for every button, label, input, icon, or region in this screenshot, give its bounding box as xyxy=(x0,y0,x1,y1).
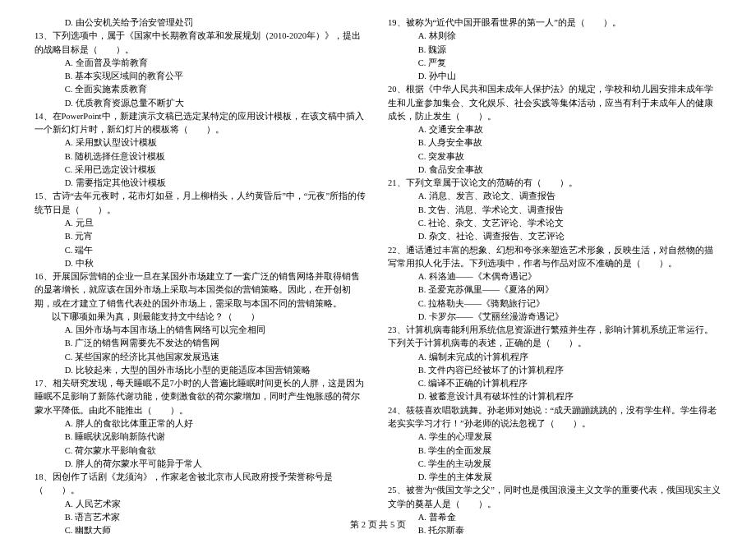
left-column: D. 由公安机关给予治安管理处罚 13、下列选项中，属于《国家中长期教育改革和发… xyxy=(25,16,378,509)
q23-option-c: C. 编译不正确的计算机程序 xyxy=(388,377,721,390)
q19-option-d: D. 孙中山 xyxy=(388,70,721,83)
q13-option-a: A. 全面普及学前教育 xyxy=(35,57,368,70)
q14-option-c: C. 采用已选定设计模板 xyxy=(35,163,368,177)
q15-option-a: A. 元旦 xyxy=(35,217,368,230)
q14-stem: 14、在PowerPoint中，新建演示文稿已选定某特定的应用设计模板，在该文稿… xyxy=(35,110,368,137)
q16-option-b: B. 广泛的销售网需要先不发达的销售网 xyxy=(35,337,368,350)
q21-option-d: D. 杂文、社论、调查报告、文艺评论 xyxy=(388,230,721,243)
q14-option-a: A. 采用默认型设计模板 xyxy=(35,136,368,150)
q16-option-a: A. 国外市场与本国市场上的销售网络可以完全相同 xyxy=(35,324,368,337)
q16-option-d: D. 比较起来，大型的国外市场比小型的更能适应本国营销策略 xyxy=(35,364,368,377)
q25-option-a: A. 普希金 xyxy=(388,511,721,524)
q24-option-a: A. 学生的心理发展 xyxy=(388,430,721,444)
right-column: 19、被称为“近代中国开眼看世界的第一人”的是（ ）。 A. 林则徐 B. 魏源… xyxy=(378,16,731,509)
q21-option-c: C. 社论、杂文、文艺评论、学术论文 xyxy=(388,217,721,230)
q22-option-d: D. 卡罗尔——《艾丽丝漫游奇遇记》 xyxy=(388,311,721,324)
q19-option-a: A. 林则徐 xyxy=(388,30,721,43)
q22-option-c: C. 拉格勒夫——《骑鹅旅行记》 xyxy=(388,297,721,311)
q21-stem: 21、下列文章属于议论文的范畴的有（ ）。 xyxy=(388,177,721,190)
q17-option-b: B. 睡眠状况影响新陈代谢 xyxy=(35,430,368,444)
q19-option-b: B. 魏源 xyxy=(388,44,721,57)
q24-stem: 24、筱筱喜欢唱歌跳舞。孙老师对她说：“成天蹦蹦跳跳的，没有学生样。学生得老老实… xyxy=(388,404,721,431)
q18-option-c: C. 幽默大师 xyxy=(35,524,368,534)
q20-option-b: B. 人身安全事故 xyxy=(388,136,721,150)
q22-stem: 22、通话通过丰富的想象、幻想和夸张来塑造艺术形象，反映生活，对自然物的描写常用… xyxy=(388,244,721,271)
q25-stem: 25、被誉为“俄国文学之父”，同时也是俄国浪漫主义文学的重要代表，俄国现实主义文… xyxy=(388,484,721,511)
q22-option-b: B. 圣爱克苏佩里——《夏洛的网》 xyxy=(388,283,721,297)
q15-option-d: D. 中秋 xyxy=(35,257,368,270)
q20-option-c: C. 突发事故 xyxy=(388,150,721,163)
q18-option-b: B. 语言艺术家 xyxy=(35,511,368,524)
q17-stem: 17、相关研究发现，每天睡眠不足7小时的人普遍比睡眠时间更长的人胖，这是因为睡眠… xyxy=(35,377,368,417)
q23-option-d: D. 被蓄意设计具有破坏性的计算机程序 xyxy=(388,390,721,403)
q13-option-b: B. 基本实现区域间的教育公平 xyxy=(35,70,368,83)
q13-option-d: D. 优质教育资源总量不断扩大 xyxy=(35,97,368,110)
q13-option-c: C. 全面实施素质教育 xyxy=(35,83,368,96)
q12-option-d: D. 由公安机关给予治安管理处罚 xyxy=(35,16,368,30)
q16-option-c: C. 某些国家的经济比其他国家发展迅速 xyxy=(35,351,368,364)
q24-option-d: D. 学生的主体发展 xyxy=(388,471,721,484)
q19-stem: 19、被称为“近代中国开眼看世界的第一人”的是（ ）。 xyxy=(388,16,721,30)
q18-stem: 18、因创作了话剧《龙须沟》，作家老舍被北京市人民政府授予荣誉称号是（ ）。 xyxy=(35,471,368,498)
q24-option-c: C. 学生的主动发展 xyxy=(388,458,721,471)
q16-stem: 16、开展国际营销的企业一旦在某国外市场建立了一套广泛的销售网络并取得销售的显著… xyxy=(35,270,368,311)
q17-option-a: A. 胖人的食欲比体重正常的人好 xyxy=(35,417,368,430)
q17-option-d: D. 胖人的荷尔蒙水平可能异于常人 xyxy=(35,458,368,471)
q15-option-b: B. 元宵 xyxy=(35,230,368,243)
q25-option-b: B. 托尔斯泰 xyxy=(388,524,721,534)
q22-option-a: A. 科洛迪——《木偶奇遇记》 xyxy=(388,270,721,283)
q23-option-a: A. 编制未完成的计算机程序 xyxy=(388,351,721,364)
q19-option-c: C. 严复 xyxy=(388,57,721,70)
q24-option-b: B. 学生的全面发展 xyxy=(388,444,721,458)
q21-option-b: B. 文告、消息、学术论文、调查报告 xyxy=(388,204,721,217)
q21-option-a: A. 消息、发言、政论文、调查报告 xyxy=(388,190,721,203)
q14-option-b: B. 随机选择任意设计模板 xyxy=(35,150,368,163)
q23-option-b: B. 文件内容已经被坏了的计算机程序 xyxy=(388,364,721,377)
q14-option-d: D. 需要指定其他设计模板 xyxy=(35,177,368,190)
q17-option-c: C. 荷尔蒙水平影响食欲 xyxy=(35,444,368,458)
q23-stem: 23、计算机病毒能利用系统信息资源进行繁殖并生存，影响计算机系统正常运行。下列关… xyxy=(388,324,721,351)
q13-stem: 13、下列选项中，属于《国家中长期教育改革和发展规划（2010-2020年）》，… xyxy=(35,30,368,57)
q15-option-c: C. 端午 xyxy=(35,244,368,257)
q18-option-a: A. 人民艺术家 xyxy=(35,498,368,511)
q20-option-d: D. 食品安全事故 xyxy=(388,163,721,177)
q15-stem: 15、古诗“去年元夜时，花市灯如昼，月上柳梢头，人约黄昏后”中，“元夜”所指的传… xyxy=(35,190,368,217)
q20-stem: 20、根据《中华人民共和国未成年人保护法》的规定，学校和幼儿园安排未成年学生和儿… xyxy=(388,83,721,123)
q16-sub: 以下哪项如果为真，则最能支持文中结论？（ ） xyxy=(35,311,368,324)
q20-option-a: A. 交通安全事故 xyxy=(388,123,721,136)
